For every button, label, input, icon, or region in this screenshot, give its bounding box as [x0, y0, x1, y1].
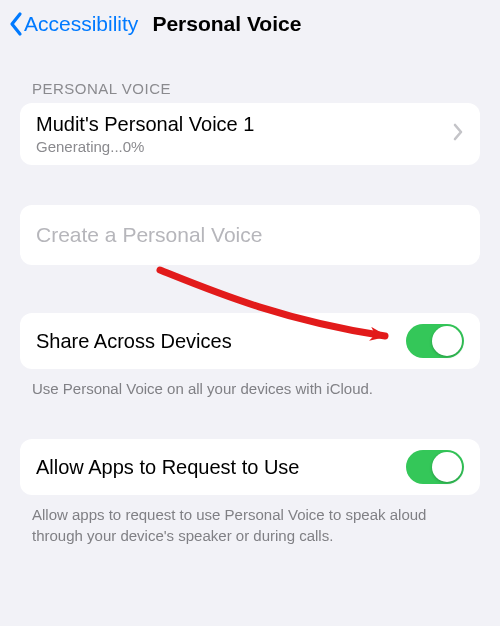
chevron-left-icon — [8, 11, 24, 37]
nav-bar: Accessibility Personal Voice — [0, 0, 500, 48]
create-voice-row[interactable]: Create a Personal Voice — [20, 205, 480, 265]
back-label: Accessibility — [24, 12, 138, 36]
allow-apps-row: Allow Apps to Request to Use — [20, 439, 480, 495]
share-footer: Use Personal Voice on all your devices w… — [0, 369, 500, 399]
create-voice-group: Create a Personal Voice — [20, 205, 480, 265]
allow-apps-label: Allow Apps to Request to Use — [36, 456, 406, 479]
allow-footer: Allow apps to request to use Personal Vo… — [0, 495, 500, 546]
back-button[interactable]: Accessibility — [8, 11, 138, 37]
share-across-devices-row: Share Across Devices — [20, 313, 480, 369]
create-voice-label: Create a Personal Voice — [36, 223, 464, 247]
row-main: Mudit's Personal Voice 1 Generating...0% — [36, 113, 452, 155]
voice-name: Mudit's Personal Voice 1 — [36, 113, 452, 136]
allow-apps-toggle[interactable] — [406, 450, 464, 484]
share-across-devices-group: Share Across Devices — [20, 313, 480, 369]
page-title: Personal Voice — [152, 12, 301, 36]
share-across-devices-toggle[interactable] — [406, 324, 464, 358]
chevron-right-icon — [452, 123, 464, 145]
section-header-personal-voice: PERSONAL VOICE — [0, 48, 500, 103]
allow-apps-group: Allow Apps to Request to Use — [20, 439, 480, 495]
share-across-devices-label: Share Across Devices — [36, 330, 406, 353]
personal-voice-row[interactable]: Mudit's Personal Voice 1 Generating...0% — [20, 103, 480, 165]
toggle-knob — [432, 326, 462, 356]
personal-voice-group: Mudit's Personal Voice 1 Generating...0% — [20, 103, 480, 165]
toggle-knob — [432, 452, 462, 482]
voice-status: Generating...0% — [36, 138, 452, 155]
